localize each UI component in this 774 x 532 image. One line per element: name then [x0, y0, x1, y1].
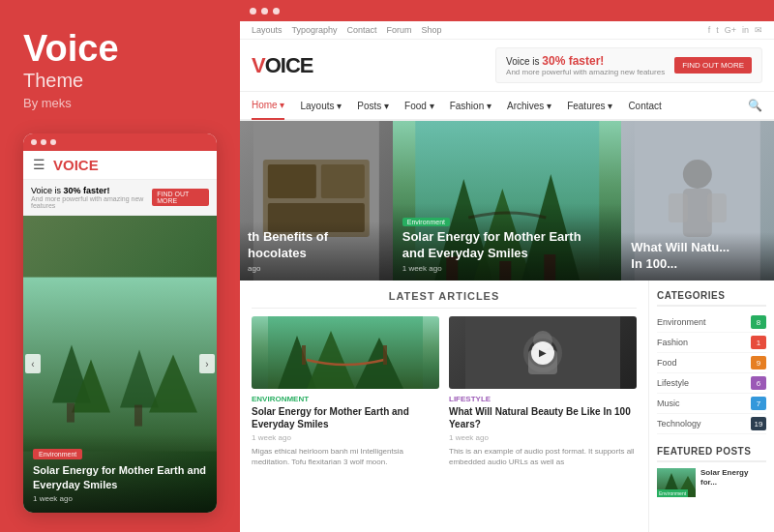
desktop-hero: th Benefits ofhocolates ago [240, 121, 774, 281]
mobile-category-badge: Environment [33, 449, 82, 459]
nav-layouts[interactable]: Layouts [252, 25, 283, 35]
mobile-slide-title: Solar Energy for Mother Earth and Everyd… [33, 463, 207, 491]
hero-slide-2-date: 1 week ago [402, 264, 612, 273]
hero-slide-3-title: What Will Natu...In 100... [631, 240, 764, 273]
nav-contact-main[interactable]: Contact [628, 101, 661, 111]
article-card-2: ▶ Lifestyle What Will Natural Beauty Be … [449, 316, 637, 467]
svg-rect-23 [707, 193, 727, 222]
desktop-dot-3 [273, 8, 280, 15]
article-2-category: Lifestyle [449, 395, 637, 403]
mobile-slide-date: 1 week ago [33, 494, 207, 503]
mobile-slide-area: Environment Solar Energy for Mother Eart… [23, 216, 217, 513]
nav-posts[interactable]: Posts ▾ [357, 101, 389, 111]
nav-features[interactable]: Features ▾ [567, 101, 612, 111]
svg-rect-28 [302, 345, 306, 365]
svg-rect-29 [383, 345, 387, 365]
svg-point-20 [683, 160, 712, 189]
mobile-banner: Voice is 30% faster! And more powerful w… [23, 180, 217, 216]
email-icon[interactable]: ✉ [755, 25, 762, 35]
googleplus-icon[interactable]: G+ [725, 25, 736, 35]
svg-rect-5 [67, 402, 74, 422]
svg-rect-9 [268, 164, 316, 198]
article-1-date: 1 week ago [252, 433, 439, 442]
desktop-logo: VOICE [252, 53, 313, 78]
search-icon[interactable]: 🔍 [748, 99, 762, 112]
dot-1 [31, 139, 37, 145]
category-list: Environment 8 Fashion 1 Food 9 Lifestyle… [657, 312, 766, 434]
mobile-prev-button[interactable]: ‹ [25, 354, 41, 373]
dot-3 [50, 139, 56, 145]
right-panel: Layouts Typography Contact Forum Shop f … [240, 0, 774, 532]
svg-rect-6 [134, 404, 142, 426]
hero-slide-2-badge: Environment [402, 218, 450, 226]
category-fashion: Fashion 1 [657, 333, 766, 353]
theme-subtitle: Theme [23, 70, 217, 92]
linkedin-icon[interactable]: in [742, 25, 749, 35]
desktop-top-nav-links: Layouts Typography Contact Forum Shop [252, 25, 442, 35]
nav-shop[interactable]: Shop [422, 25, 442, 35]
hero-slide-2-overlay: Environment Solar Energy for Mother Eart… [393, 203, 622, 281]
featured-thumb-badge: Environment [657, 489, 688, 497]
desktop-top-nav: Layouts Typography Contact Forum Shop f … [240, 21, 774, 40]
desktop-main: LATEST ARTICLES [240, 281, 648, 532]
nav-contact[interactable]: Contact [347, 25, 377, 35]
hamburger-icon[interactable]: ☰ [33, 157, 45, 172]
hero-slide-3-overlay: What Will Natu...In 100... [621, 232, 774, 281]
featured-posts-title: FEATURED POSTS [657, 446, 766, 462]
mobile-banner-content: Voice is 30% faster! And more powerful w… [31, 186, 152, 209]
svg-rect-10 [321, 164, 365, 198]
categories-title: CATEGORIES [657, 290, 766, 307]
category-music: Music 7 [657, 394, 766, 414]
play-button[interactable]: ▶ [531, 341, 554, 365]
mobile-next-button[interactable]: › [199, 354, 215, 373]
hero-slide-2-title: Solar Energy for Mother Earthand Everyda… [402, 229, 612, 262]
category-technology: Technology 19 [657, 414, 766, 434]
latest-articles-title: LATEST ARTICLES [252, 290, 637, 309]
left-panel: Voice Theme By meks ☰ VOICE Voice is 30%… [0, 0, 240, 532]
nav-fashion[interactable]: Fashion ▾ [450, 101, 491, 111]
desktop-header: VOICE Voice is 30% faster! And more powe… [240, 40, 774, 92]
category-environment: Environment 8 [657, 312, 766, 333]
twitter-icon[interactable]: t [716, 25, 719, 35]
article-2-image: ▶ [449, 316, 637, 389]
article-1-category: Environment [252, 395, 439, 403]
facebook-icon[interactable]: f [708, 25, 711, 35]
article-1-image [252, 316, 439, 389]
theme-by: By meks [23, 96, 217, 110]
article-1-svg [252, 316, 439, 389]
article-2-date: 1 week ago [449, 433, 637, 442]
desktop-top-bar [240, 0, 774, 21]
theme-title: Voice [23, 29, 217, 70]
article-thumb-2: ▶ [449, 316, 637, 389]
article-card-1: Environment Solar Energy for Mother Eart… [252, 316, 439, 467]
desktop-promo-text: Voice is 30% faster! And more powerful w… [506, 54, 665, 76]
svg-rect-22 [669, 193, 688, 222]
desktop-top-social: f t G+ in ✉ [708, 25, 762, 35]
nav-layouts[interactable]: Layouts ▾ [300, 101, 342, 111]
nav-food[interactable]: Food ▾ [404, 101, 434, 111]
hero-slide-3: What Will Natu...In 100... [621, 121, 774, 281]
category-food: Food 9 [657, 353, 766, 373]
article-1-title[interactable]: Solar Energy for Mother Earth and Everyd… [252, 405, 439, 430]
mobile-top-bar [23, 133, 217, 151]
hero-slide-1-overlay: th Benefits ofhocolates ago [240, 222, 393, 281]
desktop-dot-1 [250, 8, 256, 15]
article-2-title[interactable]: What Will Natural Beauty Be Like In 100 … [449, 405, 637, 430]
dot-2 [41, 139, 46, 145]
nav-forum[interactable]: Forum [387, 25, 412, 35]
article-thumb-1 [252, 316, 439, 389]
hero-slide-1-title: th Benefits ofhocolates [248, 229, 385, 262]
mobile-slide-overlay: Environment Solar Energy for Mother Eart… [23, 433, 217, 513]
nav-typography[interactable]: Typography [292, 25, 338, 35]
nav-home[interactable]: Home ▾ [252, 91, 284, 120]
mobile-find-out-more-button[interactable]: FIND OUT MORE [152, 189, 209, 206]
featured-posts-list: Environment Solar Energy for... [657, 468, 766, 497]
desktop-promo-box: Voice is 30% faster! And more powerful w… [495, 47, 762, 83]
category-lifestyle: Lifestyle 6 [657, 373, 766, 394]
desktop-content: LATEST ARTICLES [240, 281, 774, 532]
featured-post-1-title[interactable]: Solar Energy for... [700, 468, 766, 488]
mobile-header: ☰ VOICE [23, 151, 217, 180]
featured-thumb-1: Environment [657, 468, 696, 497]
desktop-find-out-more-button[interactable]: FIND OUT MORE [674, 57, 752, 74]
nav-archives[interactable]: Archives ▾ [507, 101, 551, 111]
